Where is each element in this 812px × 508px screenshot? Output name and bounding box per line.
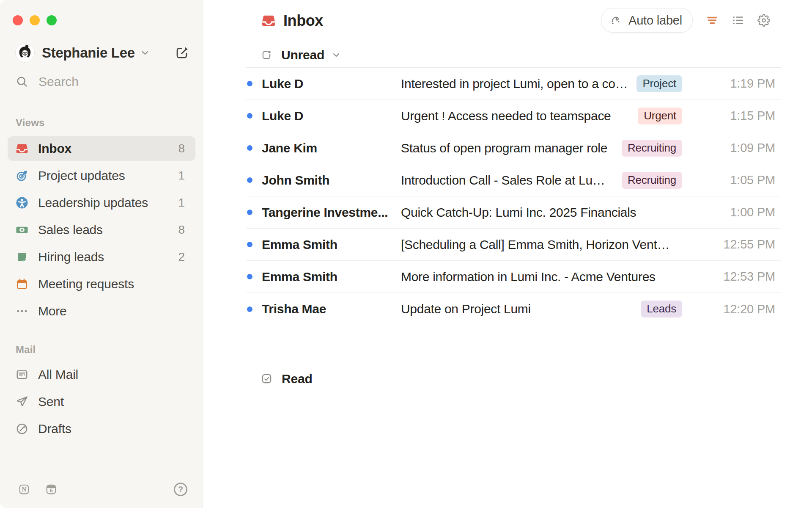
sidebar-item-label: Inbox <box>38 141 71 156</box>
sidebar-item-count: 2 <box>178 250 185 264</box>
email-row[interactable]: Luke DInterested in project Lumi, open t… <box>246 68 781 100</box>
read-group-header[interactable]: Read <box>246 367 781 391</box>
email-subject: Status of open program manager role <box>401 141 622 155</box>
sidebar-item-hiring-leads[interactable]: Hiring leads2 <box>8 245 195 269</box>
auto-label-button[interactable]: Auto label <box>601 8 693 33</box>
sidebar-item-count: 8 <box>178 223 185 237</box>
email-row[interactable]: Emma SmithMore information in Lumi Inc. … <box>246 261 781 293</box>
email-sender: Luke D <box>262 77 401 91</box>
email-row[interactable]: Tangerine Investme...Quick Catch-Up: Lum… <box>246 196 781 229</box>
sidebar-item-count: 1 <box>178 169 185 182</box>
search-icon <box>16 75 28 88</box>
email-sender: Emma Smith <box>262 237 401 252</box>
email-row[interactable]: Emma Smith[Scheduling a Call] Emma Smith… <box>246 229 781 261</box>
unread-dot <box>247 306 252 312</box>
account-switcher[interactable]: Stephanie Lee <box>16 43 189 63</box>
email-row[interactable]: John SmithIntroduction Call - Sales Role… <box>246 164 781 196</box>
zoom-window-button[interactable] <box>47 15 57 25</box>
email-list-panel: Unread Luke DInterested in project Lumi,… <box>246 42 781 391</box>
sidebar-item-label: All Mail <box>38 367 78 382</box>
auto-label-label: Auto label <box>628 14 682 28</box>
email-time: 1:00 PM <box>682 205 775 219</box>
sidebar-item-label: Project updates <box>38 168 125 183</box>
unread-dot <box>247 210 252 215</box>
mail-section-title: Mail <box>16 344 36 356</box>
target-icon <box>16 169 28 182</box>
email-row[interactable]: Jane KimStatus of open program manager r… <box>246 132 781 164</box>
sidebar-item-leadership-updates[interactable]: Leadership updates1 <box>8 190 195 215</box>
sidebar-item-count: 1 <box>178 196 185 210</box>
label-badge: Recruiting <box>622 172 682 189</box>
avatar <box>16 44 34 62</box>
search-placeholder: Search <box>38 75 79 89</box>
sidebar-item-count: 8 <box>178 142 185 155</box>
email-time: 12:55 PM <box>682 237 775 251</box>
list-icon <box>732 14 744 27</box>
email-subject: [Scheduling a Call] Emma Smith, Horizon … <box>401 237 682 252</box>
sidebar-item-label: Leadership updates <box>38 196 148 210</box>
email-time: 12:20 PM <box>682 302 775 316</box>
sidebar-item-label: Drafts <box>38 422 71 436</box>
close-window-button[interactable] <box>13 15 23 25</box>
drafts-icon <box>16 422 28 435</box>
unread-dot <box>247 145 252 151</box>
label-badge: Urgent <box>638 108 682 124</box>
account-name: Stephanie Lee <box>42 45 135 61</box>
views-section-title: Views <box>16 117 45 129</box>
sidebar-item-more[interactable]: More <box>8 299 195 323</box>
email-subject: Introduction Call - Sales Role at Lumi I… <box>401 173 622 188</box>
mail-app-window: Stephanie Lee Search Views Inbox8Project… <box>0 0 812 508</box>
email-list: Luke DInterested in project Lumi, open t… <box>246 68 781 325</box>
sidebar-item-sales-leads[interactable]: Sales leads8 <box>8 218 195 242</box>
unread-icon <box>261 50 272 61</box>
label-badge: Project <box>636 75 682 92</box>
email-sender: Trisha Mae <box>262 302 401 316</box>
filter-button[interactable] <box>706 14 719 27</box>
email-sender: Tangerine Investme... <box>262 205 401 220</box>
accessibility-icon <box>16 196 28 209</box>
sidebar-item-inbox[interactable]: Inbox8 <box>8 136 195 161</box>
email-subject: Quick Catch-Up: Lumi Inc. 2025 Financial… <box>401 205 682 220</box>
filter-icon <box>706 14 719 27</box>
auto-label-wand-icon <box>610 14 623 27</box>
email-subject: More information in Lumi Inc. - Acme Ven… <box>401 270 682 284</box>
sidebar-item-drafts[interactable]: Drafts <box>8 417 195 441</box>
email-sender: Emma Smith <box>262 270 401 284</box>
unread-dot <box>247 81 252 86</box>
sidebar-item-label: More <box>38 304 67 318</box>
notion-logo-icon[interactable]: N <box>18 483 30 495</box>
unread-group-header[interactable]: Unread <box>246 42 781 68</box>
banknote-icon <box>16 224 28 236</box>
compose-button[interactable] <box>175 46 189 60</box>
settings-button[interactable] <box>757 14 770 27</box>
read-group-label: Read <box>282 372 313 386</box>
minimize-window-button[interactable] <box>30 15 40 25</box>
unread-dot <box>247 177 252 183</box>
calendar-6-icon[interactable]: 6 <box>45 483 57 495</box>
chevron-down-icon <box>140 48 150 58</box>
sidebar-item-project-updates[interactable]: Project updates1 <box>8 163 195 188</box>
email-time: 1:09 PM <box>682 141 775 155</box>
sidebar-item-label: Hiring leads <box>38 250 104 264</box>
svg-text:?: ? <box>178 484 183 494</box>
email-sender: John Smith <box>262 173 401 188</box>
window-controls <box>13 15 57 25</box>
search-input[interactable]: Search <box>16 75 79 89</box>
sidebar-item-all-mail[interactable]: All Mail <box>8 362 195 387</box>
unread-dot <box>247 113 252 119</box>
list-view-button[interactable] <box>732 14 744 27</box>
inbox-icon <box>261 14 276 28</box>
views-nav: Inbox8Project updates1Leadership updates… <box>8 136 195 326</box>
page-title: Inbox <box>283 12 323 30</box>
help-icon[interactable]: ? <box>173 481 189 497</box>
email-sender: Luke D <box>262 109 401 123</box>
inbox-icon <box>16 142 28 155</box>
email-row[interactable]: Luke DUrgent ! Access needed to teamspac… <box>246 100 781 132</box>
sidebar-item-meeting-requests[interactable]: Meeting requests <box>8 272 195 296</box>
svg-text:N: N <box>22 486 27 493</box>
email-subject: Update on Project Lumi <box>401 302 641 316</box>
sidebar-item-sent[interactable]: Sent <box>8 389 195 414</box>
sidebar: Stephanie Lee Search Views Inbox8Project… <box>0 0 203 508</box>
unread-group-label: Unread <box>281 48 324 62</box>
email-row[interactable]: Trisha MaeUpdate on Project LumiLeads12:… <box>246 293 781 325</box>
